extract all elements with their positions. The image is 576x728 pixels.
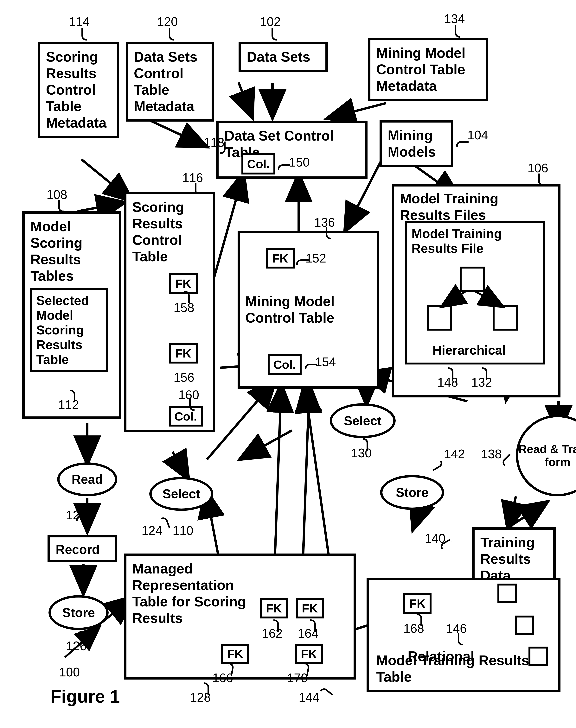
- ref-134: 134: [444, 12, 465, 26]
- tick-108: [58, 200, 64, 212]
- fk-158: FK: [169, 273, 198, 294]
- tick-168: [416, 614, 422, 626]
- tick-144: [320, 687, 333, 699]
- ref-132: 132: [471, 375, 492, 390]
- tick-146: [458, 633, 463, 645]
- tick-158: [184, 291, 190, 303]
- tick-138: [500, 453, 513, 466]
- rel-node-1: [497, 583, 517, 603]
- fk-166: FK: [221, 644, 249, 664]
- fk-170: FK: [295, 644, 323, 664]
- relational-label: Relational: [408, 648, 474, 665]
- mining-model-control-table-label: Mining Model Control Table: [245, 293, 342, 326]
- box-selected-model-scoring-results-table: Selected Model Scoring Results Table: [30, 288, 108, 372]
- col-160: Col.: [169, 406, 203, 427]
- op-store-126: Store: [49, 595, 109, 630]
- col-154: Col.: [268, 354, 301, 375]
- tick-126: [80, 631, 85, 643]
- ref-158: 158: [174, 301, 194, 315]
- tick-154: [305, 364, 317, 369]
- ref-106: 106: [527, 161, 548, 175]
- box-mining-model-control-table-metadata: Mining Model Control Table Metadata: [368, 38, 488, 101]
- tick-114: [82, 28, 87, 40]
- fk-168: FK: [403, 593, 432, 614]
- op-select-130: Select: [330, 403, 396, 438]
- tick-102: [271, 28, 277, 40]
- ref-108: 108: [47, 187, 67, 202]
- col-150: Col.: [241, 153, 276, 175]
- op-read: Read: [57, 462, 117, 496]
- figure-label: Figure 1: [51, 686, 120, 707]
- ref-116: 116: [182, 171, 203, 185]
- ref-156: 156: [174, 370, 194, 385]
- box-data-sets-control-table-metadata: Data Sets Control Table Metadata: [126, 42, 214, 122]
- tick-132: [482, 367, 487, 380]
- hierarchical-label: Hierarchical: [432, 343, 506, 358]
- fk-152: FK: [266, 248, 295, 269]
- mtrf-label: Model Training Results File: [411, 226, 512, 256]
- ref-152: 152: [306, 251, 326, 265]
- fk-162: FK: [260, 598, 288, 618]
- op-store-142: Store: [380, 475, 444, 510]
- box-record: Record: [48, 535, 117, 562]
- box-mining-models: Mining Models: [379, 120, 453, 167]
- ref-154: 154: [315, 355, 336, 369]
- tick-136: [326, 227, 331, 239]
- ref-112: 112: [58, 397, 79, 412]
- ref-162: 162: [262, 626, 283, 641]
- ref-124: 124: [142, 523, 162, 538]
- box-scoring-results-control-table: Scoring Results Control Table: [124, 192, 215, 432]
- ref-136: 136: [314, 215, 335, 230]
- tick-160: [189, 398, 195, 411]
- rel-node-3: [528, 646, 548, 666]
- ref-100: 100: [59, 665, 80, 679]
- tick-164: [310, 619, 316, 632]
- tick-112: [70, 390, 75, 402]
- op-select-124: Select: [149, 477, 213, 511]
- ref-138: 138: [481, 447, 502, 461]
- ref-114: 114: [69, 14, 90, 29]
- ref-144: 144: [299, 690, 319, 704]
- tick-122: [76, 515, 88, 521]
- ref-110: 110: [173, 523, 193, 538]
- tick-128: [204, 682, 209, 695]
- tick-104: [456, 141, 468, 147]
- tick-152: [296, 260, 309, 265]
- ref-104: 104: [467, 128, 488, 142]
- tick-150: [278, 164, 290, 170]
- tick-142: [430, 460, 444, 471]
- managed-rep-label: Managed Representation Table for Scoring…: [132, 560, 253, 627]
- ref-130: 130: [351, 446, 372, 460]
- tick-162: [273, 619, 279, 632]
- tick-120: [169, 28, 174, 40]
- ref-142: 142: [444, 447, 465, 461]
- tick-134: [455, 25, 460, 38]
- ref-150: 150: [289, 155, 310, 170]
- tick-124: [161, 516, 170, 530]
- ref-102: 102: [260, 14, 281, 29]
- box-scoring-results-control-table-metadata: Scoring Results Control Table Metadata: [38, 42, 119, 138]
- op-read-transform: Read & Trans- form: [516, 415, 576, 496]
- ref-120: 120: [157, 14, 178, 29]
- tick-130: [363, 438, 368, 451]
- box-data-set-control-table: Data Set Control Table: [216, 121, 368, 179]
- ref-148: 148: [437, 375, 458, 390]
- ref-160: 160: [178, 388, 199, 402]
- fk-156: FK: [169, 343, 198, 364]
- ref-146: 146: [446, 621, 467, 636]
- rel-node-2: [515, 615, 534, 635]
- tick-148: [448, 367, 454, 380]
- fk-164: FK: [296, 598, 324, 618]
- box-data-sets: Data Sets: [238, 42, 328, 72]
